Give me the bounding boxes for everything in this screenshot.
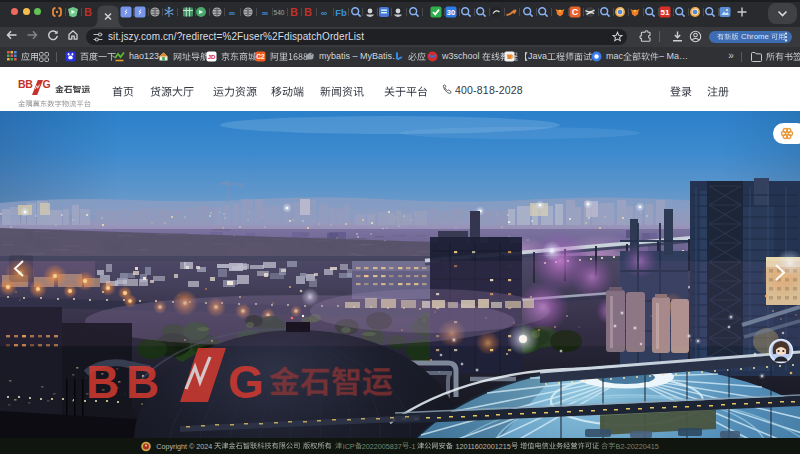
svg-text:51: 51 — [661, 8, 670, 17]
svg-text:∞: ∞ — [262, 8, 269, 18]
svg-text:∞: ∞ — [229, 8, 236, 18]
svg-text:B: B — [84, 6, 92, 18]
svg-text:∞: ∞ — [321, 8, 328, 18]
svg-text:G: G — [228, 356, 264, 408]
svg-text:B: B — [86, 356, 119, 408]
svg-text:Fb: Fb — [335, 7, 347, 18]
svg-text:540: 540 — [274, 9, 285, 16]
svg-text:C2: C2 — [256, 53, 265, 60]
svg-text:C: C — [572, 7, 579, 17]
svg-text:B: B — [126, 356, 159, 408]
svg-text:30: 30 — [447, 8, 455, 17]
svg-text:B: B — [290, 6, 298, 18]
svg-text:B: B — [304, 6, 312, 18]
svg-text:JD: JD — [208, 54, 216, 60]
